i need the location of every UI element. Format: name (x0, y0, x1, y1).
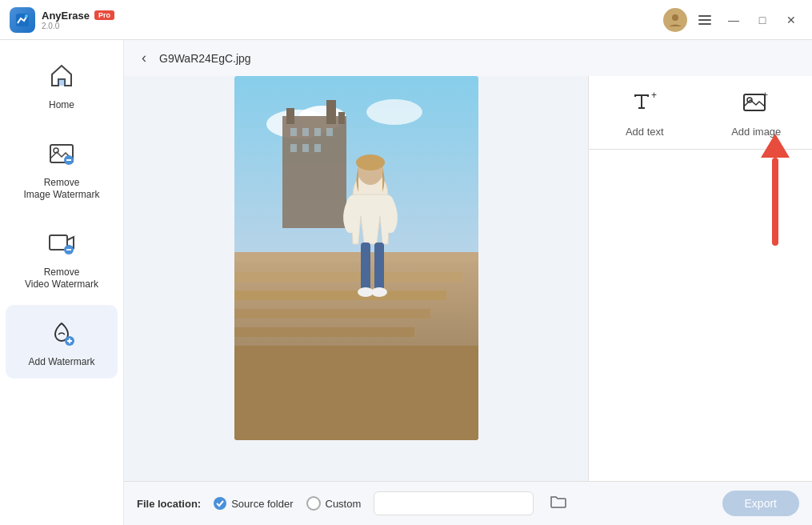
svg-rect-39 (234, 346, 478, 440)
file-name: G9WaR24EgC.jpg (159, 52, 251, 65)
scene-background (234, 76, 478, 440)
svg-text:+: + (651, 90, 657, 101)
app-name-version: AnyErase Pro 2.0.0 (42, 10, 114, 30)
svg-rect-26 (290, 128, 297, 136)
svg-rect-23 (286, 108, 294, 124)
tab-add-text[interactable]: + Add text (589, 76, 701, 149)
custom-label: Custom (326, 498, 362, 510)
right-panel: + Add text + (588, 76, 812, 481)
bottom-bar: File location: Source folder Custom (124, 481, 812, 525)
source-folder-option[interactable]: Source folder (214, 497, 293, 510)
svg-rect-30 (290, 144, 297, 152)
svg-rect-44 (374, 242, 384, 291)
minimize-button[interactable]: — (722, 9, 745, 31)
menu-button[interactable] (694, 9, 716, 31)
content-split: + Add text + (124, 76, 812, 481)
svg-rect-35 (234, 272, 462, 282)
title-bar-right: — □ ✕ (663, 8, 802, 32)
svg-rect-31 (302, 144, 309, 152)
svg-rect-37 (234, 309, 430, 319)
top-bar: ‹ G9WaR24EgC.jpg (124, 40, 812, 76)
source-folder-radio (214, 497, 226, 510)
title-bar-left: AnyErase Pro 2.0.0 (10, 7, 114, 33)
custom-path-input[interactable] (374, 491, 534, 515)
custom-radio (306, 496, 321, 511)
sidebar-remove-image-label: RemoveImage Watermark (24, 177, 100, 202)
file-location-label: File location: (137, 498, 201, 510)
preview-image-container (234, 76, 478, 440)
remove-image-icon (43, 135, 80, 172)
svg-point-46 (371, 287, 387, 297)
svg-rect-43 (361, 242, 370, 291)
svg-rect-32 (314, 144, 321, 152)
svg-rect-34 (234, 252, 478, 262)
content-area: ‹ G9WaR24EgC.jpg (124, 40, 812, 525)
remove-video-icon (43, 225, 80, 262)
back-button[interactable]: ‹ (137, 48, 151, 68)
svg-text:+: + (762, 90, 768, 101)
main-layout: Home RemoveImage Watermark (0, 40, 812, 525)
folder-browse-button[interactable] (546, 491, 570, 515)
maximize-button[interactable]: □ (751, 9, 774, 31)
arrow-shaft (772, 158, 778, 246)
title-bar: AnyErase Pro 2.0.0 — □ ✕ (0, 0, 812, 40)
red-arrow (772, 158, 778, 246)
svg-rect-27 (302, 128, 309, 136)
tab-add-text-label: Add text (626, 126, 664, 138)
svg-rect-36 (234, 291, 446, 300)
home-icon (43, 58, 80, 94)
svg-rect-28 (314, 128, 321, 136)
svg-rect-25 (338, 112, 345, 124)
image-preview (124, 76, 588, 481)
sidebar-item-home[interactable]: Home (6, 48, 118, 122)
sidebar-item-add-watermark[interactable]: Add Watermark (6, 305, 118, 379)
app-icon (10, 7, 35, 33)
svg-point-21 (366, 99, 422, 125)
sidebar: Home RemoveImage Watermark (0, 40, 124, 525)
app-name: AnyErase Pro (42, 10, 114, 22)
source-folder-label: Source folder (231, 498, 293, 510)
svg-point-1 (25, 14, 28, 18)
svg-rect-7 (58, 79, 65, 86)
sidebar-item-remove-video[interactable]: RemoveVideo Watermark (6, 215, 118, 301)
app-version: 2.0.0 (42, 22, 114, 30)
sidebar-remove-video-label: RemoveVideo Watermark (25, 267, 98, 291)
custom-option[interactable]: Custom (306, 496, 362, 511)
add-image-icon: + (742, 89, 770, 121)
svg-rect-5 (698, 19, 711, 21)
tab-add-image[interactable]: + Add image (701, 76, 813, 149)
sidebar-home-label: Home (49, 99, 74, 112)
svg-point-42 (356, 154, 385, 170)
svg-rect-6 (698, 23, 711, 25)
sidebar-add-watermark-label: Add Watermark (29, 356, 95, 369)
export-button[interactable]: Export (722, 491, 799, 516)
arrow-head (761, 134, 790, 158)
svg-rect-29 (326, 128, 333, 136)
svg-rect-38 (234, 327, 414, 337)
arrow-indicator-area (589, 150, 812, 481)
add-watermark-icon (43, 315, 80, 351)
sidebar-item-remove-image[interactable]: RemoveImage Watermark (6, 126, 118, 211)
user-avatar (663, 8, 687, 32)
pro-badge: Pro (94, 10, 114, 20)
svg-rect-4 (698, 15, 711, 17)
add-text-icon: + (630, 89, 659, 121)
svg-point-3 (672, 14, 678, 21)
close-button[interactable]: ✕ (780, 9, 802, 31)
svg-rect-24 (326, 100, 336, 124)
